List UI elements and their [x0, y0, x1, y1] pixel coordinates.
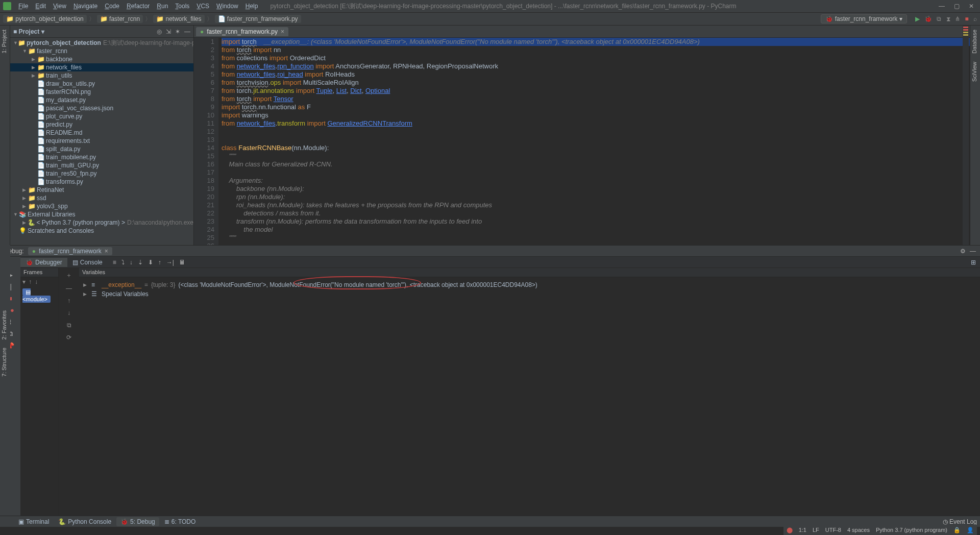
gutter[interactable]: ⚡123456789101112131415161718192021222324… — [194, 38, 218, 245]
console-tab[interactable]: ▤ Console — [67, 258, 108, 267]
menu-navigate[interactable]: Navigate — [70, 2, 101, 11]
maximize-icon[interactable]: ▢ — [954, 3, 960, 10]
menu-view[interactable]: View — [50, 2, 69, 11]
profile-icon[interactable]: ⧗ — [946, 15, 950, 22]
frame-dropdown-icon[interactable]: ▾ — [22, 278, 26, 285]
menu-code[interactable]: Code — [102, 2, 122, 11]
run-icon[interactable]: ▶ — [915, 15, 920, 22]
layout-icon[interactable]: ⊞ — [971, 259, 976, 266]
structure-tab[interactable]: 7: Structure — [0, 344, 8, 381]
menu-refactor[interactable]: Refactor — [124, 2, 153, 11]
menu-run[interactable]: Run — [154, 2, 171, 11]
step-over-icon[interactable]: ⤵ — [121, 259, 125, 266]
minimize-tool-icon[interactable]: — — [970, 248, 976, 255]
crumb-0[interactable]: 📁 pytorch_object_detection — [3, 15, 87, 23]
debug-session-tab[interactable]: ● faster_rcnn_framework × — [28, 247, 112, 255]
error-stripe[interactable] — [963, 26, 969, 245]
frame-down-icon[interactable]: ↓ — [35, 278, 38, 285]
tree-node-plot-curve-py[interactable]: 📄plot_curve.py — [10, 112, 193, 120]
tree-node-train-res50-fpn-py[interactable]: 📄train_res50_fpn.py — [10, 169, 193, 178]
run-config-select[interactable]: 🐞 faster_rcnn_framework ▾ — [821, 14, 906, 23]
hide-icon[interactable]: — — [184, 28, 190, 35]
add-watch-icon[interactable]: ＋ — [66, 271, 72, 280]
minimize-icon[interactable]: — — [939, 3, 945, 10]
frame-up-icon[interactable]: ↑ — [29, 278, 32, 285]
search-icon[interactable]: ⌕ — [973, 15, 977, 22]
evaluate-icon[interactable]: 🖩 — [179, 259, 185, 266]
tree-node-draw-box-utils-py[interactable]: 📄draw_box_utils.py — [10, 80, 193, 88]
project-tree[interactable]: ▼📁pytorch_object_detectionE:\测试\deep-lea… — [10, 38, 193, 245]
debug-bottom-tab[interactable]: 🐞 5: Debug — [116, 517, 159, 526]
stop-icon[interactable]: ■ — [965, 15, 968, 22]
todo-tab[interactable]: ≣ 6: TODO — [160, 517, 200, 526]
menu-window[interactable]: Window — [213, 2, 241, 11]
tree-node-yolov3-spp[interactable]: ▶📁yolov3_spp — [10, 202, 193, 210]
tree-node-retinanet[interactable]: ▶📁RetinaNet — [10, 186, 193, 194]
expand-icon[interactable]: ⇲ — [166, 28, 171, 35]
crumb-1[interactable]: 📁 faster_rcnn — [97, 15, 143, 23]
tree-node-requirements-txt[interactable]: 📄requirements.txt — [10, 137, 193, 145]
remove-watch-icon[interactable]: — — [66, 285, 72, 292]
variable-row-special[interactable]: ▶ ☰ Special Variables — [83, 289, 976, 299]
error-indicator-icon[interactable]: ⬤ — [787, 527, 793, 533]
crumb-2[interactable]: 📁 network_files — [153, 15, 204, 23]
terminal-tab[interactable]: ▣ Terminal — [14, 517, 53, 526]
tree-node-network-files[interactable]: ▶📁network_files — [10, 63, 193, 71]
gear-icon[interactable]: ⚙ — [960, 248, 966, 255]
indent[interactable]: 4 spaces — [847, 527, 870, 533]
variable-row-exception[interactable]: ▶ ≡ __exception__ = {tuple: 3} (<class '… — [83, 280, 976, 289]
project-tool-tab[interactable]: 1: Project — [0, 26, 8, 57]
debugger-tab[interactable]: 🐞 Debugger — [20, 258, 67, 267]
tree-node-spilt-data-py[interactable]: 📄spilt_data.py — [10, 145, 193, 153]
locate-icon[interactable]: ◎ — [157, 28, 162, 35]
force-step-icon[interactable]: ⬇ — [148, 259, 153, 266]
history-icon[interactable]: ⟳ — [66, 334, 71, 341]
close-tab-icon[interactable]: × — [281, 28, 284, 35]
run-to-cursor-icon[interactable]: →| — [166, 259, 174, 266]
crumb-3[interactable]: 📄 faster_rcnn_framework.py — [215, 15, 301, 23]
tree-node-faster-rcnn[interactable]: ▼📁faster_rcnn — [10, 47, 193, 55]
hints-icon[interactable]: 👤 — [967, 527, 974, 533]
tree-node---python-3-7--python-program---[interactable]: ▶🐍< Python 3.7 (python program) >D:\anac… — [10, 218, 193, 227]
close-icon[interactable]: ✕ — [969, 3, 974, 10]
line-ending[interactable]: LF — [813, 527, 819, 533]
database-tool-tab[interactable]: Database — [970, 26, 978, 58]
sciview-tool-tab[interactable]: SciView — [970, 58, 978, 86]
copy-watch-icon[interactable]: ⧉ — [67, 322, 71, 329]
tree-node-external-libraries[interactable]: ▼📚External Libraries — [10, 210, 193, 218]
menu-tools[interactable]: Tools — [172, 2, 192, 11]
lock-icon[interactable]: 🔒 — [953, 527, 961, 533]
encoding[interactable]: UTF-8 — [825, 527, 841, 533]
tree-node-train-mobilenet-py[interactable]: 📄train_mobilenet.py — [10, 153, 193, 161]
tree-node-ssd[interactable]: ▶📁ssd — [10, 194, 193, 202]
editor-tab[interactable]: ● faster_rcnn_framework.py × — [196, 27, 288, 36]
tree-node-fasterrcnn-png[interactable]: 📄fasterRCNN.png — [10, 88, 193, 96]
caret-pos[interactable]: 1:1 — [799, 527, 806, 533]
up-watch-icon[interactable]: ↑ — [67, 297, 70, 304]
settings-icon[interactable]: ✶ — [175, 28, 180, 35]
step-out-icon[interactable]: ↑ — [158, 259, 161, 266]
menu-vcs[interactable]: VCS — [193, 2, 212, 11]
coverage-icon[interactable]: ⧉ — [937, 15, 941, 22]
tree-node-readme-md[interactable]: 📄README.md — [10, 129, 193, 137]
menu-help[interactable]: Help — [242, 2, 261, 11]
python-console-tab[interactable]: 🐍 Python Console — [54, 517, 115, 526]
code-area[interactable]: import torch __exception__: (<class 'Mod… — [218, 38, 970, 245]
threads-icon[interactable]: ≡ — [113, 259, 116, 266]
attach-icon[interactable]: ⋔ — [955, 15, 960, 22]
menu-edit[interactable]: Edit — [32, 2, 49, 11]
close-session-icon[interactable]: × — [105, 248, 108, 255]
step-into-my-icon[interactable]: ⇣ — [138, 259, 143, 266]
down-watch-icon[interactable]: ↓ — [67, 309, 70, 317]
tree-node-pascal-voc-classes-json[interactable]: 📄pascal_voc_classes.json — [10, 104, 193, 112]
tree-node-backbone[interactable]: ▶📁backbone — [10, 55, 193, 63]
tree-node-train-multi-gpu-py[interactable]: 📄train_multi_GPU.py — [10, 161, 193, 169]
favorites-tab[interactable]: 2: Favorites — [0, 306, 8, 344]
step-into-icon[interactable]: ↓ — [130, 259, 133, 266]
tree-node-transforms-py[interactable]: 📄transforms.py — [10, 178, 193, 186]
debug-icon[interactable]: 🐞 — [924, 15, 932, 22]
frame-module[interactable]: ▤ <module> — [22, 288, 51, 303]
tree-node-my-dataset-py[interactable]: 📄my_dataset.py — [10, 96, 193, 104]
event-log-button[interactable]: ◷ Event Log — [943, 518, 977, 525]
tree-node-pytorch-object-detection[interactable]: ▼📁pytorch_object_detectionE:\测试\deep-lea… — [10, 39, 193, 47]
